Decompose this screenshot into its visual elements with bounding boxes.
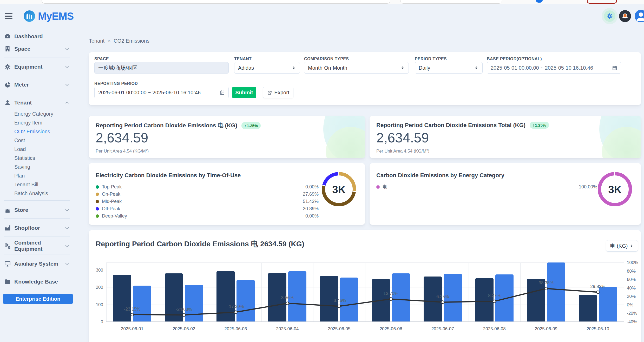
- sidebar-divider: [4, 254, 70, 254]
- period-types-select[interactable]: Daily: [415, 62, 483, 74]
- period-types-label: PERIOD TYPES: [415, 57, 447, 61]
- legend-dot-icon: [96, 185, 99, 189]
- trend-badge: ↑1.25%: [241, 122, 261, 129]
- brand-logo[interactable]: MyEMS: [23, 10, 74, 22]
- legend-label: Top-Peak: [102, 184, 122, 190]
- right-axis-tick-label: 40%: [627, 286, 636, 291]
- sidebar-subitem-energy-category[interactable]: Energy Category: [0, 109, 76, 118]
- donut-chart: 3K: [594, 168, 636, 210]
- export-button[interactable]: Export: [263, 87, 293, 98]
- sidebar-subitem-load[interactable]: Load: [0, 145, 76, 154]
- base-period-label: BASE PERIOD(OPTIONAL): [487, 57, 542, 61]
- submit-button[interactable]: Submit: [232, 87, 256, 98]
- app-root: MyEMS: [0, 0, 644, 342]
- left-axis-tick-label: 300: [89, 268, 103, 273]
- legend-percentage: 27.69%: [303, 192, 319, 197]
- comparison-types-label: COMPARISON TYPES: [304, 57, 349, 61]
- base-period-datepicker[interactable]: 2025-05-01 00:00:00 ~ 2025-05-10 16:10:4…: [487, 62, 621, 74]
- left-axis-tick-label: 100: [89, 302, 103, 307]
- chevron-down-icon: [64, 82, 70, 87]
- x-axis-category-label: 2025-06-10: [587, 326, 609, 332]
- shopping-bag-icon: [4, 207, 11, 213]
- x-axis-category-label: 2025-06-08: [483, 326, 506, 332]
- x-axis-category-label: 2025-06-09: [535, 326, 557, 332]
- browser-secondary-box-fragment[interactable]: [400, 0, 502, 4]
- settings-gear-icon[interactable]: [604, 10, 615, 22]
- hamburger-menu-icon[interactable]: [5, 12, 14, 20]
- sidebar-item-dashboard[interactable]: Dashboard: [0, 31, 76, 42]
- sidebar-item-equipment[interactable]: Equipment: [0, 61, 76, 73]
- x-axis-category-label: 2025-06-03: [224, 326, 247, 332]
- sidebar-subitem-energy-item[interactable]: Energy Item: [0, 118, 76, 127]
- time-of-use-donut-card: Electricity Carbon Dioxide Emissions by …: [89, 163, 365, 225]
- notifications-bell-icon[interactable]: [619, 10, 631, 22]
- legend-item-deep-valley[interactable]: Deep-Valley0.00%: [96, 214, 319, 218]
- browser-blue-extension-icon[interactable]: [536, 0, 543, 3]
- sidebar-item-tenant[interactable]: Tenant: [0, 97, 76, 108]
- gauge-icon: [4, 33, 11, 40]
- browser-omnibox-fragment[interactable]: [42, 0, 390, 4]
- x-axis-category-label: 2025-06-04: [276, 326, 299, 332]
- legend-item-top-peak[interactable]: Top-Peak0.00%: [96, 185, 319, 189]
- user-avatar[interactable]: [635, 10, 644, 22]
- donut-chart: 3K: [318, 168, 360, 210]
- line-point-label: -17.39%: [227, 304, 244, 309]
- donut-legend: Top-Peak0.00%On-Peak27.69%Mid-Peak51.43%…: [96, 185, 319, 221]
- breadcrumb-root[interactable]: Tenant: [89, 38, 104, 44]
- sidebar-item-shopfloor[interactable]: Shopfloor: [0, 222, 76, 234]
- legend-label: Deep-Valley: [102, 213, 127, 219]
- comparison-types-select[interactable]: Month-On-Month: [304, 62, 409, 74]
- unit-selector-dropdown[interactable]: 电 (KG): [606, 240, 638, 252]
- sidebar-subitem-plan[interactable]: Plan: [0, 171, 76, 180]
- sidebar-item-combined-equipment[interactable]: Combined Equipment: [0, 240, 76, 252]
- legend-item-on-peak[interactable]: On-Peak27.69%: [96, 192, 319, 196]
- enterprise-edition-button[interactable]: Enterprise Edition: [3, 294, 73, 304]
- sidebar-subitem-tenant-bill[interactable]: Tenant Bill: [0, 180, 76, 189]
- calendar-icon: [612, 65, 617, 70]
- chevron-down-icon: [64, 207, 70, 213]
- legend-item-mid-peak[interactable]: Mid-Peak51.43%: [96, 199, 319, 204]
- sidebar-subitem-cost[interactable]: Cost: [0, 136, 76, 145]
- sidebar-item-auxiliary-system[interactable]: Auxiliary System: [0, 258, 76, 269]
- line-data-point: [596, 291, 599, 294]
- right-axis-tick-label: 60%: [627, 277, 636, 282]
- monitor-icon: [4, 260, 11, 267]
- sidebar-item-label: Auxiliary System: [14, 261, 58, 267]
- user-icon: [4, 99, 11, 106]
- legend-item-off-peak[interactable]: Off-Peak20.89%: [96, 206, 319, 211]
- sidebar-item-space[interactable]: Space: [0, 43, 76, 55]
- sidebar-item-meter[interactable]: Meter: [0, 79, 76, 90]
- right-axis-tick-label: -40%: [627, 319, 637, 325]
- sidebar-item-label: Knowledge Base: [14, 279, 58, 285]
- reporting-period-datepicker[interactable]: 2025-06-01 00:00:00 ~ 2025-06-10 16:10:4…: [94, 87, 229, 98]
- factory-icon: [4, 225, 11, 231]
- sidebar-divider: [4, 57, 70, 57]
- breadcrumb-separator: »: [108, 38, 110, 44]
- sidebar-nav: DashboardSpaceEquipmentMeterTenantEnergy…: [0, 31, 76, 290]
- browser-red-button-fragment[interactable]: [587, 0, 617, 4]
- sidebar-subitem-co2-emissions[interactable]: CO2 Emissions: [0, 127, 76, 136]
- sort-arrows-icon: [400, 65, 405, 70]
- sidebar-subitem-saving[interactable]: Saving: [0, 162, 76, 171]
- export-icon: [267, 90, 272, 95]
- sidebar-item-knowledge-base[interactable]: Knowledge Base: [0, 276, 76, 287]
- chevron-down-icon: [64, 225, 70, 231]
- sidebar-item-store[interactable]: Store: [0, 204, 76, 216]
- sort-arrows-icon: [474, 65, 479, 70]
- legend-item-电[interactable]: 电100.00%: [376, 185, 597, 189]
- sidebar-subitem-statistics[interactable]: Statistics: [0, 154, 76, 162]
- stat-card-value: 2,634.59: [376, 131, 429, 144]
- line-data-point: [234, 311, 237, 314]
- sidebar-subitem-batch-analysis[interactable]: Batch Analysis: [0, 189, 76, 198]
- reporting-period-label: REPORTING PERIOD: [94, 81, 138, 86]
- line-point-label: 3.56%: [281, 295, 294, 300]
- tenant-select[interactable]: Adidas: [234, 62, 300, 74]
- calendar-icon: [220, 90, 225, 95]
- energy-category-donut-card: Carbon Dioxide Emissions by Energy Categ…: [370, 163, 641, 225]
- brand-name: MyEMS: [38, 10, 74, 22]
- line-data-point: [493, 300, 496, 303]
- chevron-down-icon: [64, 46, 70, 51]
- space-input[interactable]: 一度城/商场/租区: [94, 62, 229, 74]
- line-data-point: [131, 313, 134, 316]
- right-axis-tick-label: 100%: [627, 260, 638, 265]
